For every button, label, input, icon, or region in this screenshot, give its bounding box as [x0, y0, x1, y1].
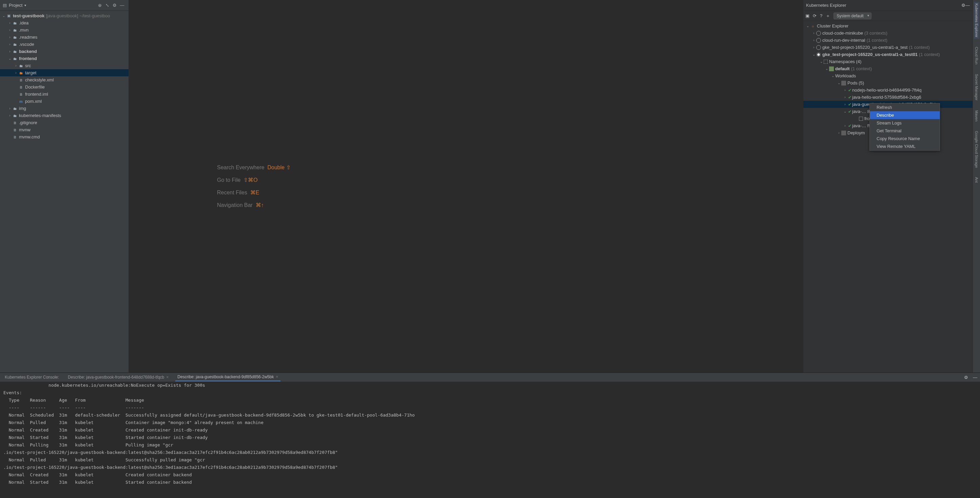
- tree-item[interactable]: › 🖿 target: [0, 69, 129, 76]
- k8s-toolbar: ▣ ⟳ ? ＋ System default: [803, 11, 972, 21]
- console-output[interactable]: node.kubernetes.io/unreachable:NoExecute…: [0, 382, 980, 498]
- tree-item[interactable]: 🗎 mvnw: [0, 126, 129, 133]
- hint-label: Navigation Bar: [217, 202, 253, 208]
- gear-icon[interactable]: ⚙: [961, 3, 966, 8]
- tree-item[interactable]: › 🖿 src: [0, 62, 129, 69]
- cluster-node[interactable]: ›gke_test-project-165220_us-central1-a_t…: [803, 44, 972, 51]
- menu-item-get-terminal[interactable]: Get Terminal: [870, 127, 940, 135]
- gear-icon[interactable]: ⚙: [964, 375, 968, 380]
- pods-node[interactable]: ⌄ Pods (5): [803, 80, 972, 86]
- chevron-icon[interactable]: ›: [8, 28, 12, 32]
- chevron-down-icon[interactable]: ⌄: [830, 74, 835, 78]
- menu-item-stream-logs[interactable]: Stream Logs: [870, 119, 940, 127]
- tree-item-label: img: [19, 106, 26, 111]
- project-tree[interactable]: ⌄ ▣ test-guestbook [java-guestbook] ~/te…: [0, 11, 129, 372]
- chevron-icon[interactable]: ›: [8, 49, 12, 53]
- cluster-explorer-root[interactable]: ⌄ ⟐ Cluster Explorer: [803, 22, 972, 30]
- namespace-icon: [824, 60, 828, 64]
- container-icon: [859, 117, 863, 121]
- chevron-icon[interactable]: ›: [811, 45, 816, 49]
- tree-item[interactable]: m pom.xml: [0, 98, 129, 105]
- workloads-label: Workloads: [835, 73, 856, 78]
- cluster-node[interactable]: ›cloud-code-minikube(3 contexts): [803, 30, 972, 37]
- chevron-icon[interactable]: ›: [14, 71, 18, 75]
- tree-item[interactable]: 🗎 Dockerfile: [0, 83, 129, 91]
- tree-item[interactable]: 🗎 .gitignore: [0, 119, 129, 126]
- chevron-icon[interactable]: ›: [14, 64, 18, 67]
- minimize-icon[interactable]: —: [118, 2, 126, 9]
- tree-item[interactable]: › 🖿 .readmes: [0, 33, 129, 41]
- chevron-right-icon[interactable]: ›: [837, 131, 841, 135]
- menu-item-copy-resource-name[interactable]: Copy Resource Name: [870, 135, 940, 143]
- workloads-node[interactable]: ⌄ Workloads: [803, 72, 972, 80]
- context-select[interactable]: System default: [834, 13, 871, 19]
- chevron-icon[interactable]: ›: [8, 42, 12, 46]
- refresh-icon[interactable]: ⟳: [813, 13, 816, 18]
- tree-item-label: mvnw: [19, 127, 30, 132]
- console-tab[interactable]: Describe: java-guestbook-frontend-648dd7…: [66, 374, 170, 381]
- chevron-icon[interactable]: ›: [843, 88, 847, 92]
- chevron-icon[interactable]: ⌄: [843, 110, 847, 113]
- add-icon[interactable]: ＋: [826, 13, 830, 19]
- pod-node[interactable]: ›✔java-hello-world-57598df584-2xbg6: [803, 94, 972, 101]
- chevron-down-icon[interactable]: ⌄: [805, 24, 810, 28]
- project-root-path: ~/test-guestboo: [80, 13, 110, 18]
- open-editor-icon[interactable]: ▣: [805, 13, 810, 18]
- locate-icon[interactable]: ⊕: [96, 2, 103, 9]
- minimize-icon[interactable]: —: [966, 3, 970, 8]
- chevron-down-icon[interactable]: ⌄: [819, 60, 824, 64]
- chevron-icon[interactable]: ›: [811, 38, 816, 42]
- chevron-icon[interactable]: ›: [8, 114, 12, 118]
- tree-item[interactable]: › 🖿 kubernetes-manifests: [0, 112, 129, 119]
- chevron-icon[interactable]: ›: [811, 31, 816, 35]
- tool-tab-maven[interactable]: Maven: [974, 109, 979, 123]
- project-panel-title[interactable]: Project: [9, 3, 22, 8]
- help-icon[interactable]: ?: [820, 13, 822, 18]
- chevron-icon[interactable]: ›: [8, 107, 12, 110]
- tree-item[interactable]: ⌄ 🖿 frontend: [0, 55, 129, 62]
- chevron-icon[interactable]: ›: [8, 35, 12, 39]
- chevron-icon[interactable]: ›: [843, 95, 847, 99]
- tree-item[interactable]: › 🖿 img: [0, 105, 129, 112]
- chevron-icon[interactable]: ⌄: [811, 53, 816, 56]
- menu-item-describe[interactable]: Describe: [870, 111, 940, 119]
- minimize-icon[interactable]: —: [973, 375, 977, 380]
- menu-item-refresh[interactable]: Refresh: [870, 103, 940, 111]
- chevron-icon[interactable]: ⌄: [8, 57, 12, 60]
- chevron-down-icon[interactable]: ⌄: [2, 14, 6, 18]
- cluster-ctx: (1 context): [909, 45, 929, 50]
- k8s-tree[interactable]: ⌄ ⟐ Cluster Explorer ›cloud-code-minikub…: [803, 21, 972, 372]
- chevron-icon[interactable]: ›: [843, 102, 847, 106]
- cluster-node[interactable]: ›cloud-run-dev-internal(1 context): [803, 37, 972, 44]
- console-tab[interactable]: Describe: java-guestbook-backend-9df85d8…: [175, 373, 280, 381]
- cluster-node[interactable]: ⌄⬢gke_test-project-165220_us-central1-a_…: [803, 51, 972, 58]
- close-icon[interactable]: ×: [276, 374, 278, 379]
- tool-tab-google-cloud-storage[interactable]: Google Cloud Storage: [974, 130, 979, 169]
- chevron-down-icon[interactable]: ⌄: [824, 67, 829, 70]
- tree-item[interactable]: 🗎 frontend.iml: [0, 91, 129, 98]
- collapse-icon[interactable]: ⤡: [103, 2, 111, 9]
- tool-tab-kubernetes-explorer[interactable]: Kubernetes Explorer: [974, 2, 979, 39]
- chevron-icon[interactable]: ›: [8, 21, 12, 25]
- tool-tab-cloud-run[interactable]: Cloud Run: [974, 45, 979, 66]
- cluster-explorer-label: Cluster Explorer: [817, 24, 848, 29]
- chevron-icon[interactable]: ›: [843, 124, 847, 127]
- close-icon[interactable]: ×: [166, 375, 169, 380]
- project-dropdown-arrow-icon[interactable]: ▾: [24, 3, 26, 7]
- tree-item[interactable]: › 🖿 .vscode: [0, 41, 129, 48]
- tree-item[interactable]: 🗎 mvnw.cmd: [0, 133, 129, 140]
- pod-node[interactable]: ›✔nodejs-hello-world-b46944f99-7ft4q: [803, 86, 972, 94]
- tree-item[interactable]: › 🖿 .idea: [0, 19, 129, 27]
- tree-item[interactable]: › 🖿 backend: [0, 48, 129, 55]
- console-tab[interactable]: Kubernetes Explorer Console:: [3, 374, 61, 381]
- chevron-down-icon[interactable]: ⌄: [837, 81, 841, 85]
- tree-item[interactable]: › 🖿 .mvn: [0, 27, 129, 33]
- menu-item-view-remote-yaml[interactable]: View Remote YAML: [870, 143, 940, 150]
- project-root[interactable]: ⌄ ▣ test-guestbook [java-guestbook] ~/te…: [0, 12, 129, 19]
- tool-tab-ant[interactable]: Ant: [974, 176, 979, 184]
- namespaces-node[interactable]: ⌄ Namespaces (4): [803, 58, 972, 65]
- tree-item[interactable]: 🗎 checkstyle.xml: [0, 76, 129, 83]
- gear-icon[interactable]: ⚙: [111, 2, 118, 9]
- default-namespace[interactable]: ⌄ default (1 context): [803, 65, 972, 72]
- tool-tab-secret-manager[interactable]: Secret Manager: [974, 73, 979, 102]
